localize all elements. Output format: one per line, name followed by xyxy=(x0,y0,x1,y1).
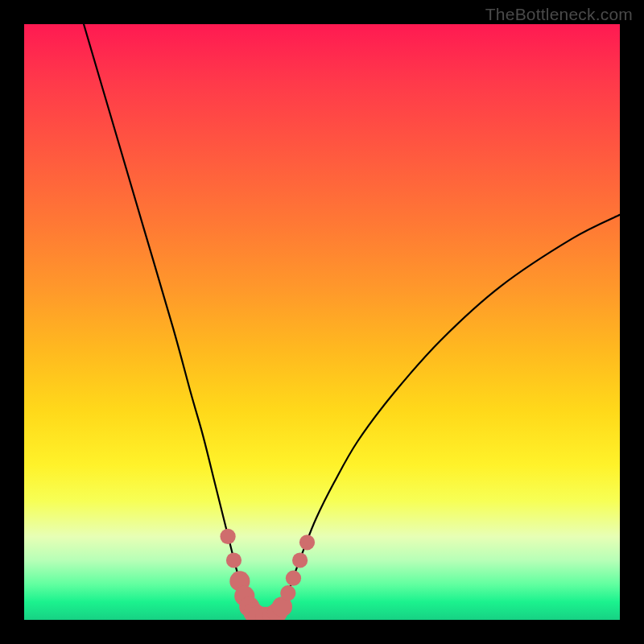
marker-point xyxy=(226,552,242,568)
markers-group xyxy=(220,529,315,620)
marker-point xyxy=(292,552,308,568)
watermark-text: TheBottleneck.com xyxy=(485,5,633,24)
chart-frame: TheBottleneck.com xyxy=(0,0,644,644)
markers-layer xyxy=(24,24,620,620)
marker-point xyxy=(299,535,315,550)
marker-point xyxy=(280,585,295,601)
marker-point xyxy=(220,529,235,544)
marker-point xyxy=(286,571,301,586)
plot-area xyxy=(24,24,620,620)
